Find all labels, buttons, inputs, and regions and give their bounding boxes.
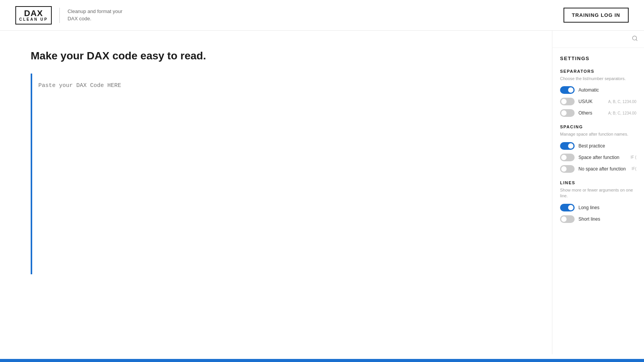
option-row-space-after: Space after function IF (	[560, 154, 636, 161]
search-bar	[552, 31, 644, 48]
option-label-automatic: Automatic	[578, 87, 636, 93]
option-row-short-lines: Short lines	[560, 215, 636, 223]
toggle-short-lines-slider	[560, 215, 575, 223]
option-hint-no-space: IF(	[632, 167, 636, 171]
option-row-usuk: US/UK A, B, C, 1234.00	[560, 98, 636, 105]
spacing-title: SPACING	[560, 124, 636, 129]
toggle-space-after[interactable]	[560, 154, 575, 161]
svg-line-1	[636, 39, 637, 41]
option-row-others: Others A; B; C, 1234.00	[560, 109, 636, 117]
toggle-usuk[interactable]	[560, 98, 575, 105]
logo-dax-text: DAX	[24, 9, 43, 18]
toggle-long-lines-slider	[560, 204, 575, 211]
toggle-short-lines[interactable]	[560, 215, 575, 223]
lines-desc: Show more or fewer arguments on one line…	[560, 187, 636, 199]
content-area: Make your DAX code easy to read.	[31, 50, 613, 274]
toggle-best-practice[interactable]	[560, 142, 575, 150]
bottom-bar	[0, 359, 644, 362]
option-hint-space-after: IF (	[631, 155, 636, 159]
app-header: DAX CLEAN UP Cleanup and format your DAX…	[0, 0, 644, 31]
separators-title: SEPARATORS	[560, 69, 636, 74]
training-login-button[interactable]: TRAINING LOG IN	[564, 8, 629, 23]
option-row-automatic: Automatic	[560, 86, 636, 94]
toggle-long-lines[interactable]	[560, 204, 575, 211]
option-hint-usuk: A, B, C, 1234.00	[608, 100, 636, 104]
code-editor[interactable]	[38, 81, 606, 265]
option-label-space-after: Space after function	[578, 155, 627, 160]
option-label-long-lines: Long lines	[578, 205, 636, 210]
app-logo: DAX CLEAN UP	[15, 6, 52, 25]
separators-desc: Choose the list/number separators.	[560, 76, 636, 82]
header-tagline: Cleanup and format your DAX code.	[67, 8, 129, 22]
search-icon	[632, 35, 638, 41]
lines-section: LINES Show more or fewer arguments on on…	[560, 180, 636, 223]
toggle-best-practice-slider	[560, 142, 575, 150]
header-divider	[59, 8, 60, 23]
spacing-section: SPACING Manage space after function name…	[560, 124, 636, 172]
lines-title: LINES	[560, 180, 636, 185]
toggle-space-after-slider	[560, 154, 575, 161]
toggle-automatic[interactable]	[560, 86, 575, 94]
separators-section: SEPARATORS Choose the list/number separa…	[560, 69, 636, 117]
spacing-desc: Manage space after function names.	[560, 131, 636, 137]
page-title: Make your DAX code easy to read.	[31, 50, 613, 62]
option-row-best-practice: Best practice	[560, 142, 636, 150]
option-label-usuk: US/UK	[578, 99, 605, 104]
toggle-no-space-slider	[560, 165, 575, 173]
settings-heading: SETTINGS	[560, 56, 636, 61]
option-label-others: Others	[578, 110, 605, 116]
search-button[interactable]	[632, 35, 638, 43]
settings-content: SETTINGS SEPARATORS Choose the list/numb…	[552, 48, 644, 234]
toggle-automatic-slider	[560, 86, 575, 94]
settings-panel: SETTINGS SEPARATORS Choose the list/numb…	[552, 31, 644, 354]
option-label-best-practice: Best practice	[578, 143, 636, 149]
option-row-no-space: No space after function IF(	[560, 165, 636, 173]
code-editor-wrapper	[31, 74, 613, 274]
logo-cleanup-text: CLEAN UP	[19, 18, 48, 21]
toggle-others-slider	[560, 109, 575, 117]
toggle-usuk-slider	[560, 98, 575, 105]
toggle-no-space[interactable]	[560, 165, 575, 173]
main-content: Make your DAX code easy to read.	[0, 31, 644, 293]
option-hint-others: A; B; C, 1234.00	[608, 111, 636, 115]
header-left: DAX CLEAN UP Cleanup and format your DAX…	[15, 6, 129, 25]
toggle-others[interactable]	[560, 109, 575, 117]
option-label-short-lines: Short lines	[578, 216, 636, 222]
option-row-long-lines: Long lines	[560, 204, 636, 211]
option-label-no-space: No space after function	[578, 166, 628, 172]
